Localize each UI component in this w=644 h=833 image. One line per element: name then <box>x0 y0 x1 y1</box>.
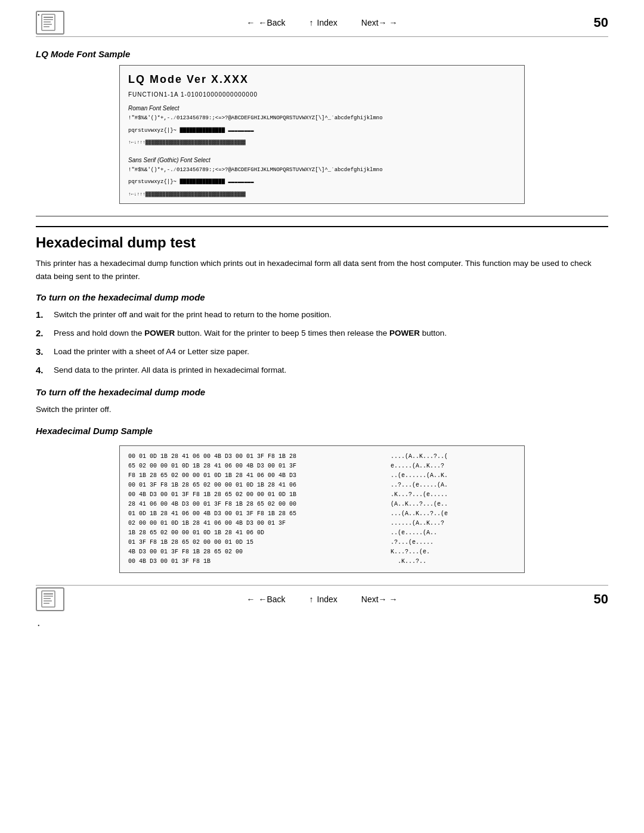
power-bold-1: POWER <box>144 329 175 337</box>
next-button[interactable]: Next→ → <box>361 18 398 27</box>
next-button-bottom[interactable]: Next→ → <box>361 594 398 604</box>
step-3-num: 3. <box>36 345 54 359</box>
page-icon-top <box>36 11 64 35</box>
steps-on-list: 1. Switch the printer off and wait for t… <box>36 308 608 377</box>
sans-font-chars3: ↑←↓↑↑↑▓▓▓▓▓▓▓▓▓▓▓▓▓▓▓▓▓▓▓▓▓▓▓▓▓▓▓▓▓▓▓▓▓▓… <box>128 191 516 197</box>
hex-row-6: 01 0D 1B 28 41 06 00 4B D3 00 01 3F F8 1… <box>128 509 516 519</box>
turn-off-text: Switch the printer off. <box>36 403 608 416</box>
power-bold-2: POWER <box>389 329 420 337</box>
step-3: 3. Load the printer with a sheet of A4 o… <box>36 345 608 359</box>
step-1: 1. Switch the printer off and wait for t… <box>36 308 608 322</box>
step-2-num: 2. <box>36 326 54 340</box>
svg-rect-9 <box>44 598 51 599</box>
hex-row-7: 02 00 00 01 0D 1B 28 41 06 00 4B D3 00 0… <box>128 519 516 528</box>
lq-box-heading: LQ Mode Ver X.XXX <box>128 72 516 88</box>
index-button-bottom[interactable]: ↑ Index <box>309 594 338 604</box>
turn-on-title: To turn on the hexadecimal dump mode <box>36 292 608 302</box>
roman-font-chars3: ↑←↓↑↑↑▓▓▓▓▓▓▓▓▓▓▓▓▓▓▓▓▓▓▓▓▓▓▓▓▓▓▓▓▓▓▓▓▓▓… <box>128 139 516 145</box>
back-button[interactable]: ← ←Back <box>246 18 285 27</box>
back-arrow-icon-bottom: ← <box>246 594 255 604</box>
next-label: Next→ <box>361 18 387 27</box>
hex-row-9: 01 3F F8 1B 28 65 02 00 00 01 0D 15 .?..… <box>128 538 516 547</box>
hex-row-5: 28 41 06 00 4B D3 00 01 3F F8 1B 28 65 0… <box>128 500 516 509</box>
index-label: Index <box>317 18 338 27</box>
ascii-col-9: .?...(e..... <box>391 538 516 547</box>
hex-row-11: 00 4B D3 00 01 3F F8 1B .K...?.. <box>128 557 516 566</box>
roman-font-chars1: !"#$%&'()*+,-.⁄0123456789:;<=>?@ABCDEFGH… <box>128 114 516 122</box>
ascii-col-0: ....(A..K...?..( <box>391 452 516 462</box>
page-icon-bottom <box>36 587 64 611</box>
ascii-col-10: K...?...(e. <box>391 547 516 557</box>
ascii-col-7: ......(A..K...? <box>391 519 516 528</box>
ascii-col-1: e.....(A..K...? <box>391 462 516 471</box>
next-arrow-icon-bottom: → <box>389 594 398 604</box>
hex-col-9: 01 3F F8 1B 28 65 02 00 00 01 0D 15 <box>128 538 379 547</box>
sans-font-chars1: !"#$%&'()*+,-.⁄0123456789:;<=>?@ABCDEFGH… <box>128 166 516 174</box>
svg-rect-8 <box>44 596 53 597</box>
index-arrow-icon: ↑ <box>309 18 314 27</box>
hex-row-10: 4B D3 00 01 3F F8 1B 28 65 02 00 K...?..… <box>128 547 516 557</box>
back-label: ←Back <box>258 18 285 27</box>
back-button-bottom[interactable]: ← ←Back <box>246 594 285 604</box>
turn-off-title: To turn off the hexadecimal dump mode <box>36 387 608 397</box>
step-2: 2. Press and hold down the POWER button.… <box>36 327 608 340</box>
back-arrow-icon: ← <box>246 18 255 27</box>
svg-rect-10 <box>44 600 52 602</box>
index-button[interactable]: ↑ Index <box>309 18 338 27</box>
ascii-col-2: ..(e......(A..K. <box>391 471 516 481</box>
hex-col-10: 4B D3 00 01 3F F8 1B 28 65 02 00 <box>128 547 379 557</box>
hex-row-0: 00 01 0D 1B 28 41 06 00 4B D3 00 01 3F F… <box>128 452 516 462</box>
hex-col-6: 01 0D 1B 28 41 06 00 4B D3 00 01 3F F8 1… <box>128 509 379 519</box>
back-label-bottom: ←Back <box>258 594 285 604</box>
svg-rect-3 <box>44 21 51 23</box>
hex-col-5: 28 41 06 00 4B D3 00 01 3F F8 1B 28 65 0… <box>128 500 379 509</box>
step-3-text: Load the printer with a sheet of A4 or L… <box>54 345 608 358</box>
hexadecimal-heading: Hexadecimal dump test <box>36 226 608 251</box>
next-label-bottom: Next→ <box>361 594 387 604</box>
hex-row-4: 00 4B D3 00 01 3F F8 1B 28 65 02 00 00 0… <box>128 490 516 500</box>
svg-rect-1 <box>44 17 53 18</box>
roman-font-chars2: pqrstuvwxyz{|}~ ██████████████ ▬▬▬▬▬▬▬▬ <box>128 127 516 135</box>
step-4-num: 4. <box>36 363 54 377</box>
step-1-text: Switch the printer off and wait for the … <box>54 308 608 321</box>
roman-font-label: Roman Font Select <box>128 104 516 113</box>
hex-row-2: F8 1B 28 65 02 00 00 01 0D 1B 28 41 06 0… <box>128 471 516 481</box>
hex-sample-title: Hexadecimal Dump Sample <box>36 426 608 436</box>
step-1-num: 1. <box>36 308 54 322</box>
svg-rect-4 <box>44 24 52 25</box>
step-4: 4. Send data to the printer. All data is… <box>36 364 608 377</box>
ascii-col-4: .K...?...(e..... <box>391 490 516 500</box>
bottom-nav-bar: ← ←Back ↑ Index Next→ → 50 <box>36 585 608 610</box>
lq-func-line: FUNCTION1-1A 1-010010000000000000 <box>128 90 516 99</box>
hex-col-8: 1B 28 65 02 00 00 01 0D 1B 28 41 06 0D <box>128 528 379 538</box>
ascii-col-8: ..(e.....(A.. <box>391 528 516 538</box>
hexadecimal-intro: This printer has a hexadecimal dump func… <box>36 257 608 283</box>
hex-row-8: 1B 28 65 02 00 00 01 0D 1B 28 41 06 0D .… <box>128 528 516 538</box>
hex-row-3: 00 01 3F F8 1B 28 65 02 00 00 01 0D 1B 2… <box>128 481 516 490</box>
lq-section-title: LQ Mode Font Sample <box>36 49 608 59</box>
hex-dump-box: 00 01 0D 1B 28 41 06 00 4B D3 00 01 3F F… <box>119 445 525 573</box>
dot-decoration-bottom: . <box>37 615 41 629</box>
sans-font-chars2: pqrstuvwxyz{|}~ ██████████████ ▬▬▬▬▬▬▬▬ <box>128 178 516 186</box>
hex-col-11: 00 4B D3 00 01 3F F8 1B <box>128 557 379 566</box>
hex-col-4: 00 4B D3 00 01 3F F8 1B 28 65 02 00 00 0… <box>128 490 379 500</box>
top-nav-bar: ← ←Back ↑ Index Next→ → 50 <box>36 12 608 37</box>
svg-rect-11 <box>44 603 49 604</box>
hex-col-1: 65 02 00 00 01 0D 1B 28 41 06 00 4B D3 0… <box>128 462 379 471</box>
ascii-col-5: (A..K...?...(e.. <box>391 500 516 509</box>
svg-rect-7 <box>44 593 53 594</box>
step-2-text: Press and hold down the POWER button. Wa… <box>54 327 608 340</box>
ascii-col-11: .K...?.. <box>391 557 516 566</box>
ascii-col-3: ..?...(e.....(A. <box>391 481 516 490</box>
separator-line-top <box>36 216 608 216</box>
hex-col-2: F8 1B 28 65 02 00 00 01 0D 1B 28 41 06 0… <box>128 471 379 481</box>
ascii-col-6: ...(A..K...?..(e <box>391 509 516 519</box>
next-arrow-icon: → <box>389 18 398 27</box>
index-label-bottom: Index <box>317 594 338 604</box>
index-arrow-icon-bottom: ↑ <box>309 594 314 604</box>
step-4-text: Send data to the printer. All data is pr… <box>54 364 608 377</box>
svg-rect-2 <box>44 19 53 20</box>
hex-row-1: 65 02 00 00 01 0D 1B 28 41 06 00 4B D3 0… <box>128 462 516 471</box>
svg-rect-5 <box>44 26 49 27</box>
page-number-bottom: 50 <box>594 592 608 607</box>
